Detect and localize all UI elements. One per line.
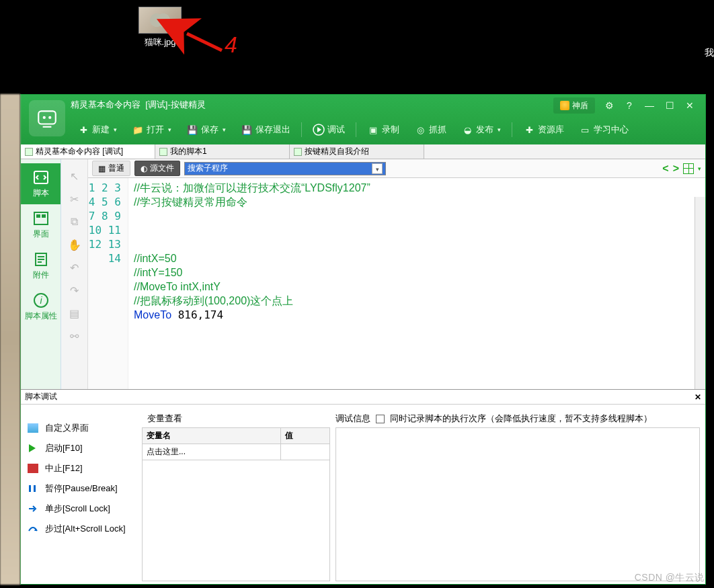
nav-next[interactable]: >: [673, 163, 679, 175]
settings-button[interactable]: ⚙: [599, 97, 619, 114]
close-icon: ✕: [686, 100, 694, 111]
debug-close[interactable]: ✕: [695, 392, 701, 402]
action-stop[interactable]: 中止[F12]: [26, 458, 136, 478]
save-icon: 💾: [186, 124, 198, 136]
tool-hand[interactable]: ✋: [61, 233, 87, 256]
window-controls: 神盾 ⚙ ? — ☐ ✕: [553, 97, 700, 114]
nav-prev[interactable]: <: [662, 163, 668, 175]
window-title: 精灵基本命令内容 [调试]-按键精灵: [71, 99, 206, 111]
file-label: 猫咪.jpg: [136, 36, 184, 48]
file-icon: [294, 148, 302, 156]
tool-undo[interactable]: ↶: [61, 256, 87, 279]
maximize-button[interactable]: ☐: [660, 97, 680, 114]
new-button[interactable]: ✚新建▾: [71, 121, 124, 138]
file-tab-3[interactable]: 按键精灵自我介绍: [290, 144, 424, 159]
bg-strip: [0, 94, 20, 585]
step-over-icon: [28, 524, 38, 534]
col-value[interactable]: 值: [281, 428, 330, 444]
rightedge-char: 我: [705, 47, 714, 59]
publish-icon: ◒: [461, 124, 473, 136]
separator: [356, 122, 356, 137]
attach-icon: [31, 251, 51, 268]
help-button[interactable]: ?: [619, 97, 639, 114]
file-tab-1[interactable]: 精灵基本命令内容 [调试]: [21, 144, 155, 159]
script-icon: [31, 169, 51, 186]
varwatch-table[interactable]: 变量名值 点击这里...: [142, 427, 330, 460]
tool-copy[interactable]: ⧉: [61, 210, 87, 233]
watermark: CSDN @牛云说: [635, 572, 705, 584]
camera-icon: ▣: [367, 124, 379, 136]
varwatch-hint-cell[interactable]: 点击这里...: [143, 444, 281, 460]
minimize-icon: —: [645, 100, 654, 111]
record-order-label: 同时记录脚本的执行次序（会降低执行速度，暂不支持多线程脚本）: [390, 413, 652, 425]
svg-point-6: [48, 116, 51, 119]
tool-paste[interactable]: ▤: [61, 302, 87, 325]
caret-down-icon: ▾: [168, 126, 171, 133]
titlebar: 精灵基本命令内容 [调试]-按键精灵 神盾 ⚙ ? — ☐ ✕ ✚新建▾ 📁打开…: [21, 95, 705, 144]
tool-pointer[interactable]: ↖: [61, 165, 87, 187]
debug-actions: 自定义界面 启动[F10] 中止[F12] 暂停[Pause/Break] 单步…: [21, 405, 142, 584]
caret-down-icon: ▾: [114, 126, 117, 133]
desktop-file-cat[interactable]: 猫咪.jpg: [136, 7, 184, 48]
sidenav-script[interactable]: 脚本: [21, 163, 61, 204]
study-button[interactable]: ▭学习中心: [572, 121, 635, 138]
action-step-over[interactable]: 步过[Alt+Scroll Lock]: [26, 519, 136, 539]
search-subroutine[interactable]: 搜索子程序▾: [184, 162, 386, 175]
save-button[interactable]: 💾保存▾: [180, 121, 233, 138]
publish-button[interactable]: ◒发布▾: [454, 121, 508, 138]
step-icon: [28, 504, 38, 513]
minimize-button[interactable]: —: [639, 97, 660, 114]
gear-icon: ⚙: [605, 100, 614, 111]
maximize-icon: ☐: [666, 100, 674, 111]
view-source-toggle[interactable]: ◐源文件: [134, 161, 180, 176]
svg-rect-9: [34, 212, 48, 224]
action-start[interactable]: 启动[F10]: [26, 438, 136, 458]
tool-redo[interactable]: ↷: [61, 279, 87, 302]
sidenav-attach[interactable]: 附件: [21, 245, 61, 286]
tool-cut[interactable]: ✂: [61, 187, 87, 210]
caret-down-icon: ▾: [223, 126, 226, 133]
open-button[interactable]: 📁打开▾: [125, 121, 178, 138]
file-thumbnail: [138, 7, 182, 34]
action-custom-ui[interactable]: 自定义界面: [26, 418, 136, 438]
capture-button[interactable]: ◎抓抓: [407, 121, 453, 138]
record-order-checkbox[interactable]: [376, 415, 385, 423]
sidenav-ui[interactable]: 界面: [21, 204, 61, 245]
tool-link[interactable]: ⚯: [61, 325, 87, 347]
debuginfo-header: 调试信息: [335, 413, 370, 425]
pause-icon: [28, 484, 38, 493]
separator: [301, 122, 302, 137]
capture-icon: ◎: [414, 124, 426, 136]
svg-rect-10: [36, 214, 40, 218]
editor-toolbar: ▦普通 ◐源文件 搜索子程序▾ < > ▾: [88, 159, 705, 178]
debug-button[interactable]: 调试: [306, 121, 352, 138]
file-icon: [159, 148, 167, 156]
sidenav-props[interactable]: i脚本属性: [21, 286, 61, 327]
action-pause[interactable]: 暂停[Pause/Break]: [26, 478, 136, 499]
file-tab-2[interactable]: 我的脚本1: [155, 144, 290, 159]
action-step[interactable]: 单步[Scroll Lock]: [26, 499, 136, 519]
layout-grid-button[interactable]: [683, 163, 694, 174]
resource-button[interactable]: ✚资源库: [516, 121, 571, 138]
shield-icon: [560, 101, 569, 110]
shield-button[interactable]: 神盾: [553, 97, 595, 114]
view-normal-toggle[interactable]: ▦普通: [92, 161, 130, 176]
save-exit-icon: 💾: [241, 124, 253, 136]
record-button[interactable]: ▣录制: [360, 121, 406, 138]
debuginfo-pane[interactable]: [335, 427, 700, 581]
svg-point-5: [43, 116, 46, 119]
col-varname[interactable]: 变量名: [143, 428, 281, 444]
save-exit-button[interactable]: 💾保存退出: [234, 121, 297, 138]
separator: [512, 122, 512, 137]
grid-icon: ▦: [98, 164, 106, 173]
app-logo: [29, 100, 65, 136]
dropdown-caret-icon[interactable]: ▾: [372, 163, 383, 174]
play-icon: [313, 124, 325, 136]
folder-icon: 📁: [132, 124, 144, 136]
debug-title: 脚本调试: [25, 391, 57, 403]
stop-icon: [28, 464, 38, 473]
close-button[interactable]: ✕: [680, 97, 700, 114]
varwatch-body[interactable]: [142, 460, 330, 581]
svg-rect-11: [42, 214, 46, 218]
svg-text:i: i: [40, 295, 42, 306]
